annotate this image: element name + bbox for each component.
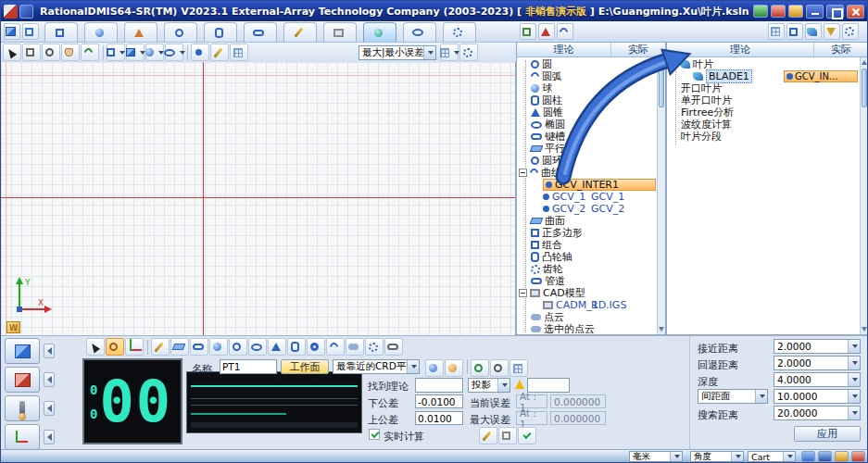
scroll-down-icon[interactable] [659,327,664,332]
edit-icon[interactable] [479,427,497,444]
tree-item-torus[interactable]: 圆环 [519,155,656,167]
coordinate-system-combo[interactable]: Cart [748,451,796,462]
dropdown-button[interactable] [497,379,509,392]
title-license-icon[interactable] [788,5,803,18]
close-button[interactable] [847,5,864,19]
tab-measure[interactable] [164,22,197,42]
projection-combo[interactable]: 投影 [468,378,510,393]
expand-arrow[interactable] [44,372,55,387]
view-mode-button[interactable] [5,338,40,364]
collapse-expander-icon[interactable] [519,289,527,297]
tool-gear-icon[interactable] [365,338,384,356]
status-probe-icon[interactable] [801,451,815,462]
find-theory-input[interactable] [415,378,463,393]
scroll-thumb[interactable] [862,69,867,107]
dropdown-button[interactable] [407,360,419,373]
tree-item-selected-point-cloud[interactable]: 选中的点云 [519,323,656,333]
dropdown-button[interactable] [848,373,860,386]
scroll-up-icon[interactable] [862,60,867,65]
realtime-checkbox[interactable] [369,429,380,440]
tree-item-blade-segment[interactable]: 叶片分段 [669,131,859,143]
confirm-check-icon[interactable] [518,427,536,444]
tool-axis-icon[interactable] [125,338,144,356]
log-icon[interactable] [509,359,528,377]
tree-item-ellipse[interactable]: 椭圆 [519,119,656,131]
scroll-up-icon[interactable] [659,60,664,65]
scrollbar[interactable] [657,57,665,334]
tool-cylinder-icon[interactable] [287,338,306,356]
tool-curve-icon[interactable] [326,338,345,356]
tree-item-gear[interactable]: 齿轮 [519,263,656,275]
probe-button[interactable] [5,395,40,421]
blade-tools-icon[interactable] [805,23,822,40]
rotate-view-icon[interactable] [81,44,99,61]
dropdown-button[interactable] [848,357,860,369]
list-view-icon[interactable] [768,23,785,40]
units-combo[interactable]: 毫米 [629,451,683,462]
polyline-icon[interactable] [210,44,229,61]
depth-combo[interactable]: 4.0000 [774,372,861,387]
scrollbar[interactable] [860,57,868,334]
scroll-down-icon[interactable] [862,327,867,332]
upper-tolerance-input[interactable] [415,411,463,425]
dropdown-button[interactable] [731,452,743,461]
tool-pipe-icon[interactable] [384,338,403,356]
dropdown-button[interactable] [848,407,860,419]
tool-line-icon[interactable] [151,338,170,356]
tree-item-group[interactable]: 组合 [519,239,656,251]
view-iso-icon[interactable] [126,44,145,61]
tool-slot-icon[interactable] [190,338,208,356]
panel-settings-icon[interactable] [842,23,859,40]
actual-column-header[interactable]: 实际 [611,43,665,56]
tab-report[interactable] [403,22,436,42]
tool-circle-icon[interactable] [229,338,247,356]
expand-arrow[interactable] [44,430,55,444]
tree-item-circle[interactable]: 圆 [519,58,656,70]
spacing-mode-combo[interactable]: 间距面 [698,389,768,404]
feature-delete-icon[interactable] [538,23,555,40]
dropdown-button[interactable] [783,452,795,461]
lower-tolerance-input[interactable] [415,394,463,408]
dropdown-button[interactable] [755,390,767,403]
tab-program[interactable] [283,22,317,42]
title-cad-icon[interactable] [771,5,786,18]
tree-item-parallel-plane[interactable]: 平行面 [519,143,656,155]
tool-torus-icon[interactable] [307,338,325,356]
world-coordinate-icon[interactable]: W [6,321,20,333]
crd-plane-combo[interactable]: 最靠近的CRD平面 [333,359,420,374]
tab-machine[interactable] [44,22,78,42]
minimize-button[interactable] [806,5,824,19]
tree-item-cone[interactable]: 圆锥 [519,106,656,119]
tree-item-curve[interactable]: 曲线 [519,167,656,179]
tree-item-cadm1[interactable]: CADM_1RD.IGS [519,299,656,311]
tree-item-cylinder[interactable]: 圆柱 [519,94,656,106]
status-machine-icon[interactable] [818,451,832,462]
scroll-thumb[interactable] [659,69,664,107]
expand-arrow[interactable] [44,401,55,416]
coordinate-button[interactable] [5,424,40,450]
workplane-button[interactable]: 工作面 [281,359,329,374]
tree-item-camshaft[interactable]: 凸轮轴 [519,251,656,263]
probe-sphere-icon[interactable] [425,359,444,377]
theory-column-header[interactable]: 理论 [517,43,611,56]
feature-name-input[interactable] [220,359,277,374]
tree-item-cad-model[interactable]: CAD模型 [519,287,656,299]
maximize-button[interactable] [826,5,844,19]
tab-tolerance[interactable] [244,22,277,42]
tool-cone-icon[interactable] [268,338,286,356]
tool-ellipse-icon[interactable] [248,338,267,356]
dropdown-button[interactable] [423,46,435,59]
tree-item-blade[interactable]: 叶片 [669,58,859,70]
label-display-icon[interactable] [230,44,248,61]
tree-item-pipe[interactable]: 管道 [519,275,656,287]
tree-item-gcv2[interactable]: GCV_2GCV_2 [519,203,656,215]
display-settings-icon[interactable] [459,44,478,61]
tab-cad[interactable] [323,22,357,42]
tree-item-gcv-inter1-selected[interactable]: GCV_INTER1 [519,179,656,191]
tab-view-selected[interactable] [363,22,396,42]
collapse-expander-icon[interactable] [669,60,677,69]
machine-view-button[interactable] [5,367,40,393]
shading-mode-icon[interactable] [145,44,164,61]
tab-feature[interactable] [204,22,237,42]
box-select-icon[interactable] [22,44,41,61]
